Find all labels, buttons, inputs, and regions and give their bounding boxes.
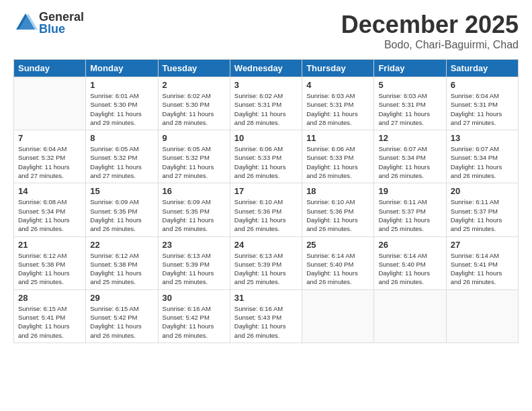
day-number: 18 <box>306 186 369 196</box>
calendar-cell: 23Sunrise: 6:13 AMSunset: 5:39 PMDayligh… <box>158 236 230 289</box>
day-number: 21 <box>18 240 81 250</box>
day-number: 13 <box>451 133 514 143</box>
calendar-cell: 31Sunrise: 6:16 AMSunset: 5:43 PMDayligh… <box>230 289 302 342</box>
calendar-cell: 19Sunrise: 6:11 AMSunset: 5:37 PMDayligh… <box>374 183 446 236</box>
calendar-cell <box>374 289 446 342</box>
day-number: 2 <box>163 80 226 90</box>
day-number: 8 <box>90 133 153 143</box>
header: General Blue December 2025 Bodo, Chari-B… <box>13 11 519 51</box>
day-info: Sunrise: 6:13 AMSunset: 5:39 PMDaylight:… <box>163 252 214 286</box>
day-number: 1 <box>90 80 153 90</box>
day-info: Sunrise: 6:15 AMSunset: 5:41 PMDaylight:… <box>18 305 70 339</box>
calendar-cell: 9Sunrise: 6:05 AMSunset: 5:32 PMDaylight… <box>158 130 230 183</box>
day-info: Sunrise: 6:06 AMSunset: 5:33 PMDaylight:… <box>234 145 286 179</box>
calendar-cell: 21Sunrise: 6:12 AMSunset: 5:38 PMDayligh… <box>14 236 86 289</box>
calendar-cell: 5Sunrise: 6:03 AMSunset: 5:31 PMDaylight… <box>374 77 446 130</box>
calendar-header-row: SundayMondayTuesdayWednesdayThursdayFrid… <box>14 60 519 77</box>
col-header-wednesday: Wednesday <box>230 60 302 77</box>
day-info: Sunrise: 6:04 AMSunset: 5:31 PMDaylight:… <box>451 92 502 126</box>
day-info: Sunrise: 6:09 AMSunset: 5:35 PMDaylight:… <box>163 198 214 232</box>
day-info: Sunrise: 6:11 AMSunset: 5:37 PMDaylight:… <box>451 198 502 232</box>
day-info: Sunrise: 6:15 AMSunset: 5:42 PMDaylight:… <box>90 305 142 339</box>
calendar-cell: 6Sunrise: 6:04 AMSunset: 5:31 PMDaylight… <box>446 77 518 130</box>
calendar-cell: 3Sunrise: 6:02 AMSunset: 5:31 PMDaylight… <box>230 77 302 130</box>
logo-label: General Blue <box>39 11 84 35</box>
day-info: Sunrise: 6:01 AMSunset: 5:30 PMDaylight:… <box>90 92 142 126</box>
calendar-week-1: 1Sunrise: 6:01 AMSunset: 5:30 PMDaylight… <box>14 77 519 130</box>
calendar-cell: 20Sunrise: 6:11 AMSunset: 5:37 PMDayligh… <box>446 183 518 236</box>
day-info: Sunrise: 6:05 AMSunset: 5:32 PMDaylight:… <box>90 145 142 179</box>
calendar-cell: 4Sunrise: 6:03 AMSunset: 5:31 PMDaylight… <box>302 77 374 130</box>
day-number: 28 <box>18 293 81 303</box>
calendar-cell: 29Sunrise: 6:15 AMSunset: 5:42 PMDayligh… <box>86 289 158 342</box>
day-number: 5 <box>378 80 441 90</box>
col-header-monday: Monday <box>86 60 158 77</box>
day-info: Sunrise: 6:16 AMSunset: 5:42 PMDaylight:… <box>163 305 214 339</box>
calendar-cell: 16Sunrise: 6:09 AMSunset: 5:35 PMDayligh… <box>158 183 230 236</box>
day-info: Sunrise: 6:16 AMSunset: 5:43 PMDaylight:… <box>234 305 286 339</box>
calendar-cell <box>302 289 374 342</box>
calendar-cell: 14Sunrise: 6:08 AMSunset: 5:34 PMDayligh… <box>14 183 86 236</box>
day-number: 16 <box>163 186 226 196</box>
day-info: Sunrise: 6:14 AMSunset: 5:40 PMDaylight:… <box>306 252 358 286</box>
day-number: 23 <box>163 240 226 250</box>
day-info: Sunrise: 6:05 AMSunset: 5:32 PMDaylight:… <box>163 145 214 179</box>
calendar-cell: 17Sunrise: 6:10 AMSunset: 5:36 PMDayligh… <box>230 183 302 236</box>
day-info: Sunrise: 6:10 AMSunset: 5:36 PMDaylight:… <box>306 198 358 232</box>
day-info: Sunrise: 6:03 AMSunset: 5:31 PMDaylight:… <box>378 92 430 126</box>
sub-title: Bodo, Chari-Baguirmi, Chad <box>341 39 519 51</box>
day-info: Sunrise: 6:13 AMSunset: 5:39 PMDaylight:… <box>234 252 286 286</box>
day-info: Sunrise: 6:12 AMSunset: 5:38 PMDaylight:… <box>18 252 70 286</box>
day-number: 11 <box>306 133 369 143</box>
logo: General Blue <box>13 11 84 35</box>
day-info: Sunrise: 6:12 AMSunset: 5:38 PMDaylight:… <box>90 252 142 286</box>
col-header-tuesday: Tuesday <box>158 60 230 77</box>
calendar-cell <box>14 77 86 130</box>
day-number: 15 <box>90 186 153 196</box>
logo-blue-text: Blue <box>39 23 84 35</box>
calendar-week-2: 7Sunrise: 6:04 AMSunset: 5:32 PMDaylight… <box>14 130 519 183</box>
day-number: 27 <box>451 240 514 250</box>
day-info: Sunrise: 6:14 AMSunset: 5:41 PMDaylight:… <box>451 252 502 286</box>
day-number: 6 <box>451 80 514 90</box>
day-number: 7 <box>18 133 81 143</box>
calendar-cell: 22Sunrise: 6:12 AMSunset: 5:38 PMDayligh… <box>86 236 158 289</box>
calendar-cell <box>446 289 518 342</box>
calendar-table: SundayMondayTuesdayWednesdayThursdayFrid… <box>13 59 519 343</box>
col-header-saturday: Saturday <box>446 60 518 77</box>
calendar-week-4: 21Sunrise: 6:12 AMSunset: 5:38 PMDayligh… <box>14 236 519 289</box>
day-info: Sunrise: 6:04 AMSunset: 5:32 PMDaylight:… <box>18 145 70 179</box>
calendar-cell: 8Sunrise: 6:05 AMSunset: 5:32 PMDaylight… <box>86 130 158 183</box>
day-info: Sunrise: 6:07 AMSunset: 5:34 PMDaylight:… <box>451 145 502 179</box>
calendar-cell: 28Sunrise: 6:15 AMSunset: 5:41 PMDayligh… <box>14 289 86 342</box>
calendar-cell: 13Sunrise: 6:07 AMSunset: 5:34 PMDayligh… <box>446 130 518 183</box>
day-number: 29 <box>90 293 153 303</box>
col-header-sunday: Sunday <box>14 60 86 77</box>
day-info: Sunrise: 6:09 AMSunset: 5:35 PMDaylight:… <box>90 198 142 232</box>
calendar-cell: 12Sunrise: 6:07 AMSunset: 5:34 PMDayligh… <box>374 130 446 183</box>
day-info: Sunrise: 6:06 AMSunset: 5:33 PMDaylight:… <box>306 145 358 179</box>
day-info: Sunrise: 6:11 AMSunset: 5:37 PMDaylight:… <box>378 198 430 232</box>
page: General Blue December 2025 Bodo, Chari-B… <box>0 0 532 411</box>
calendar-cell: 15Sunrise: 6:09 AMSunset: 5:35 PMDayligh… <box>86 183 158 236</box>
day-number: 17 <box>234 186 298 196</box>
day-info: Sunrise: 6:02 AMSunset: 5:31 PMDaylight:… <box>234 92 286 126</box>
day-info: Sunrise: 6:03 AMSunset: 5:31 PMDaylight:… <box>306 92 358 126</box>
day-number: 19 <box>378 186 441 196</box>
day-number: 22 <box>90 240 153 250</box>
col-header-thursday: Thursday <box>302 60 374 77</box>
day-number: 9 <box>163 133 226 143</box>
calendar-cell: 25Sunrise: 6:14 AMSunset: 5:40 PMDayligh… <box>302 236 374 289</box>
day-number: 26 <box>378 240 441 250</box>
day-number: 30 <box>163 293 226 303</box>
day-number: 31 <box>234 293 298 303</box>
calendar-cell: 26Sunrise: 6:14 AMSunset: 5:40 PMDayligh… <box>374 236 446 289</box>
main-title: December 2025 <box>341 11 519 39</box>
day-number: 14 <box>18 186 81 196</box>
calendar-cell: 11Sunrise: 6:06 AMSunset: 5:33 PMDayligh… <box>302 130 374 183</box>
day-number: 3 <box>234 80 298 90</box>
day-number: 25 <box>306 240 369 250</box>
logo-general-text: General <box>39 11 84 23</box>
day-info: Sunrise: 6:14 AMSunset: 5:40 PMDaylight:… <box>378 252 430 286</box>
calendar-week-5: 28Sunrise: 6:15 AMSunset: 5:41 PMDayligh… <box>14 289 519 342</box>
